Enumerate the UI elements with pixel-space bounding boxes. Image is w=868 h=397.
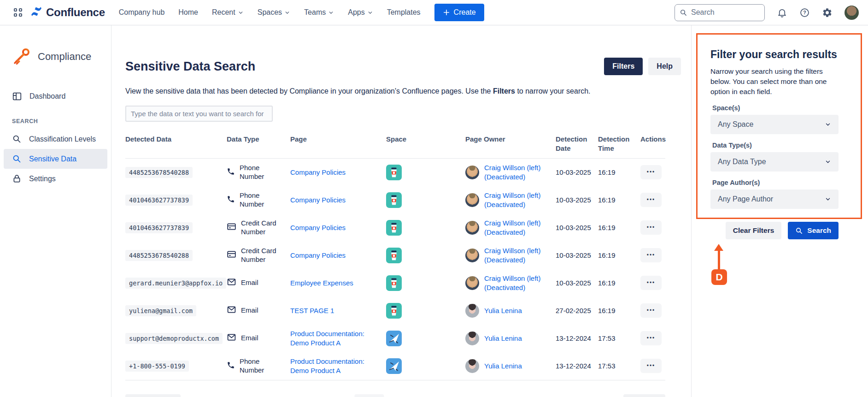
page-owner-link[interactable]: Yulia Lenina [484, 361, 522, 371]
page-link[interactable]: Company Policies [290, 168, 346, 177]
space-coffee-icon[interactable] [386, 220, 402, 236]
notifications-bell-icon[interactable] [777, 7, 787, 18]
detected-data-value: gerard.meunier3@appfox.io [125, 278, 226, 289]
col-data-type: Data Type [227, 135, 290, 144]
space-plane-icon[interactable] [386, 331, 402, 346]
card-icon [227, 249, 236, 261]
data-type-filter-select[interactable]: Any Data Type [710, 152, 839, 172]
rows-per-page-select[interactable]: 25 [354, 394, 384, 397]
page-link[interactable]: Employee Expenses [290, 278, 353, 288]
page-owner-link[interactable]: Yulia Lenina [484, 334, 522, 343]
nav-home[interactable]: Home [178, 8, 198, 17]
detection-time: 16:19 [598, 306, 640, 315]
table-row: gerard.meunier3@appfox.io Email Employee… [125, 269, 665, 297]
detected-data-value: 4010463627737839 [125, 222, 193, 233]
sidebar: Compliance Dashboard SEARCH Classificati… [0, 25, 111, 397]
detection-time: 16:19 [598, 278, 640, 288]
next-button[interactable]: Next [623, 394, 665, 397]
page-owner-link[interactable]: Craig Willson (left) (Deactivated) [484, 191, 549, 209]
chevron-down-icon [238, 10, 244, 16]
sidebar-item-settings[interactable]: Settings [4, 169, 107, 189]
page-link[interactable]: Product Documentation: Demo Product A [290, 329, 380, 347]
page-owner-link[interactable]: Craig Willson (left) (Deactivated) [484, 246, 549, 264]
sidebar-item-classification-levels[interactable]: Classification Levels [4, 129, 107, 149]
detected-data-value: 4485253678540288 [125, 167, 193, 178]
user-avatar[interactable] [845, 6, 859, 20]
page-owner-link[interactable]: Craig Willson (left) (Deactivated) [484, 163, 549, 181]
pagination: Previous 25 rows per page Next [125, 394, 665, 397]
sidebar-item-dashboard[interactable]: Dashboard [4, 86, 107, 106]
chevron-down-icon [284, 10, 290, 16]
row-actions-button[interactable]: ••• [640, 193, 662, 207]
col-detected-data: Detected Data [125, 135, 227, 144]
annotation-badge: D [711, 269, 727, 285]
app-switcher-icon[interactable] [10, 5, 26, 20]
detected-data-value: +1-800-555-0199 [125, 361, 189, 372]
chevron-down-icon [825, 121, 831, 128]
page-link[interactable]: Company Policies [290, 196, 346, 205]
page-author-filter-select[interactable]: Any Page Author [710, 190, 839, 209]
detection-time: 16:19 [598, 251, 640, 260]
space-coffee-icon[interactable] [386, 275, 402, 291]
row-actions-button[interactable]: ••• [640, 331, 662, 345]
page-link[interactable]: Product Documentation: Demo Product A [290, 357, 380, 375]
table-header: Detected Data Data Type Page Space Page … [125, 131, 665, 159]
spaces-filter-label: Space(s) [710, 104, 839, 112]
plus-icon [443, 9, 450, 16]
filter-panel-region: Filter your search results Narrow your s… [691, 25, 868, 397]
nav-recent[interactable]: Recent [212, 8, 244, 17]
page-owner-link[interactable]: Yulia Lenina [484, 306, 522, 315]
help-button[interactable]: Help [648, 58, 681, 75]
row-actions-button[interactable]: ••• [640, 220, 662, 235]
main-nav: Company hub Home Recent Spaces Teams App… [119, 8, 421, 17]
detection-date: 13-12-2024 [556, 361, 598, 371]
spaces-filter-select[interactable]: Any Space [710, 115, 839, 134]
sidebar-item-sensitive-data[interactable]: Sensitive Data [4, 149, 107, 169]
page-link[interactable]: Company Policies [290, 251, 346, 260]
page-owner-link[interactable]: Craig Willson (left) (Deactivated) [484, 219, 549, 237]
settings-gear-icon[interactable] [822, 7, 833, 18]
row-actions-button[interactable]: ••• [640, 359, 662, 373]
filters-button[interactable]: Filters [604, 58, 643, 75]
row-actions-button[interactable]: ••• [640, 276, 662, 290]
row-actions-button[interactable]: ••• [640, 303, 662, 318]
clear-filters-button[interactable]: Clear Filters [726, 222, 782, 239]
data-type-label: Phone Number [240, 164, 284, 181]
data-search-input[interactable] [125, 106, 273, 122]
space-coffee-icon[interactable] [386, 192, 402, 208]
space-coffee-icon[interactable] [386, 303, 402, 319]
global-search[interactable] [674, 4, 765, 21]
space-plane-icon[interactable] [386, 358, 402, 374]
confluence-logo[interactable]: Confluence [30, 6, 105, 19]
chevron-down-icon [825, 196, 831, 202]
avatar [465, 193, 479, 207]
nav-apps[interactable]: Apps [348, 8, 373, 17]
lock-icon [12, 174, 22, 184]
detection-time: 16:19 [598, 168, 640, 177]
table-row: support@demoproductx.com Email Product D… [125, 325, 665, 352]
nav-teams[interactable]: Teams [304, 8, 334, 17]
row-actions-button[interactable]: ••• [640, 248, 662, 262]
page-link[interactable]: Company Policies [290, 223, 346, 232]
previous-button[interactable]: Previous [125, 394, 181, 397]
data-type-label: Credit Card Number [241, 247, 284, 264]
space-coffee-icon[interactable] [386, 165, 402, 180]
data-type-label: Phone Number [240, 191, 284, 209]
panel-search-button[interactable]: Search [788, 222, 839, 239]
help-icon[interactable]: ? [799, 7, 810, 18]
create-button[interactable]: Create [434, 4, 484, 21]
avatar [465, 276, 479, 290]
nav-templates[interactable]: Templates [387, 8, 421, 17]
detection-date: 13-12-2024 [556, 334, 598, 343]
space-coffee-icon[interactable] [386, 248, 402, 263]
nav-spaces[interactable]: Spaces [258, 8, 290, 17]
chevron-down-icon [367, 10, 373, 16]
row-actions-button[interactable]: ••• [640, 165, 662, 179]
data-type-label: Phone Number [240, 357, 284, 375]
nav-company-hub[interactable]: Company hub [119, 8, 165, 17]
page-link[interactable]: TEST PAGE 1 [290, 306, 334, 315]
key-icon [12, 47, 32, 67]
global-search-input[interactable] [691, 8, 751, 17]
page-owner-link[interactable]: Craig Willson (left) (Deactivated) [484, 274, 549, 292]
phone-icon [227, 167, 235, 178]
